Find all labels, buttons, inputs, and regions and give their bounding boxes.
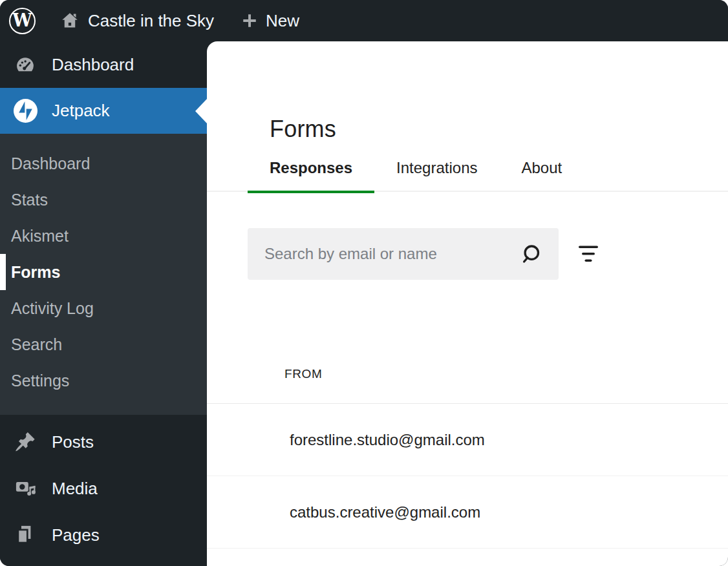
tab-label: Responses — [270, 159, 352, 177]
sidebar-item-label: Posts — [52, 432, 94, 452]
wordpress-logo-icon[interactable]: W — [9, 8, 36, 34]
page-title: Forms — [270, 116, 336, 143]
tab-responses[interactable]: Responses — [248, 145, 374, 193]
response-from-email: catbus.creative@gmail.com — [290, 503, 480, 521]
site-name-label: Castle in the Sky — [88, 11, 214, 31]
sidebar-item-label: Media — [52, 479, 98, 499]
table-row[interactable]: dustsprite.design@gmail.com — [207, 549, 728, 566]
wordpress-admin-screen: W Castle in the Sky New — [0, 0, 728, 566]
filter-icon — [578, 245, 599, 263]
plus-icon — [241, 12, 258, 29]
forms-tabs: Responses Integrations About — [207, 145, 728, 192]
submenu-label: Forms — [11, 263, 60, 282]
submenu-item-forms[interactable]: Forms — [0, 254, 207, 290]
media-icon — [13, 476, 37, 501]
submenu-label: Settings — [11, 372, 69, 390]
submenu-label: Activity Log — [11, 299, 94, 318]
response-from-email: forestline.studio@gmail.com — [290, 431, 485, 449]
tab-integrations[interactable]: Integrations — [374, 145, 499, 193]
sidebar-item-dashboard[interactable]: Dashboard — [0, 41, 207, 88]
active-menu-arrow — [195, 98, 208, 124]
submenu-item-stats[interactable]: Stats — [0, 182, 207, 218]
new-button[interactable]: New — [241, 11, 299, 31]
admin-sidebar: Dashboard Jetpack Dashboard Stats Akisme… — [0, 41, 207, 566]
submenu-item-akismet[interactable]: Akismet — [0, 218, 207, 254]
sidebar-item-posts[interactable]: Posts — [0, 419, 207, 465]
home-icon — [60, 11, 80, 30]
table-row[interactable]: forestline.studio@gmail.com — [207, 404, 728, 476]
pages-icon — [13, 523, 37, 547]
new-button-label: New — [266, 11, 299, 31]
submenu-item-settings[interactable]: Settings — [0, 362, 207, 399]
search-input[interactable] — [264, 245, 519, 263]
forms-content-panel: Forms Responses Integrations About — [207, 41, 728, 566]
site-name-link[interactable]: Castle in the Sky — [60, 11, 214, 31]
search-field — [248, 228, 559, 280]
sidebar-item-label: Jetpack — [52, 101, 110, 121]
submenu-label: Stats — [11, 191, 48, 209]
filter-button[interactable] — [573, 238, 604, 269]
submenu-label: Search — [11, 335, 62, 354]
sidebar-item-label: Pages — [52, 525, 100, 545]
submenu-item-dashboard[interactable]: Dashboard — [0, 145, 207, 182]
table-header-row: FROM — [207, 321, 728, 404]
sidebar-item-pages[interactable]: Pages — [0, 512, 207, 558]
table-row[interactable]: catbus.creative@gmail.com — [207, 476, 728, 549]
jetpack-submenu: Dashboard Stats Akismet Forms Activity L… — [0, 134, 207, 415]
responses-table: FROM forestline.studio@gmail.com catbus.… — [207, 321, 728, 566]
sidebar-bottom-group: Posts Media — [0, 419, 207, 558]
admin-bar: W Castle in the Sky New — [0, 0, 728, 41]
tab-label: Integrations — [396, 159, 477, 177]
dashboard-gauge-icon — [13, 52, 37, 77]
tab-label: About — [521, 159, 562, 177]
submenu-label: Akismet — [11, 227, 69, 246]
sidebar-item-jetpack[interactable]: Jetpack — [0, 88, 207, 134]
sidebar-item-media[interactable]: Media — [0, 465, 207, 512]
pushpin-icon — [13, 430, 37, 454]
jetpack-icon — [13, 99, 37, 123]
search-row — [248, 228, 604, 280]
tab-about[interactable]: About — [499, 145, 584, 193]
search-icon[interactable] — [519, 241, 544, 267]
column-header-from: FROM — [284, 367, 322, 381]
submenu-item-activity-log[interactable]: Activity Log — [0, 290, 207, 326]
submenu-label: Dashboard — [11, 154, 90, 173]
sidebar-item-label: Dashboard — [52, 55, 134, 75]
submenu-item-search[interactable]: Search — [0, 326, 207, 362]
